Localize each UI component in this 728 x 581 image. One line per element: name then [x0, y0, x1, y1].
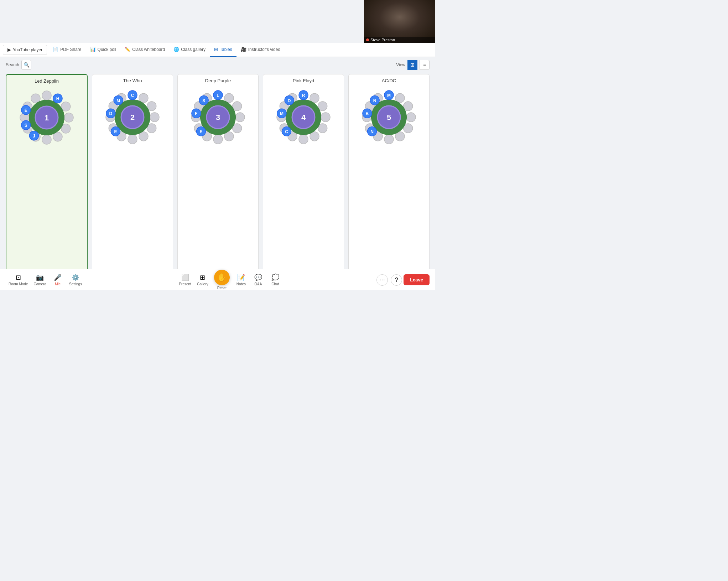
svg-text:M: M [387, 93, 391, 98]
search-label: Search [6, 62, 19, 67]
room-mode-label: Room Mode [9, 282, 28, 286]
svg-point-32 [128, 135, 137, 144]
table-title-4: Pink Floyd [293, 78, 314, 83]
svg-point-98 [384, 135, 394, 144]
svg-text:D: D [109, 111, 113, 116]
svg-point-51 [235, 113, 245, 122]
qa-button[interactable]: 💬 Q&A [250, 272, 267, 287]
svg-point-7 [64, 113, 73, 122]
tab-poll-label: Quick poll [98, 47, 116, 52]
svg-text:H: H [56, 96, 59, 101]
tab-poll[interactable]: 📊 Quick poll [86, 43, 121, 57]
svg-point-95 [406, 113, 416, 122]
settings-button[interactable]: ⚙️ Settings [66, 272, 85, 287]
svg-text:C: C [131, 93, 134, 98]
tab-gallery-label: Class gallery [181, 47, 206, 52]
svg-text:M: M [116, 98, 120, 103]
svg-point-54 [213, 135, 223, 144]
table-diagram-1: 1JSEH [18, 87, 75, 148]
notes-button[interactable]: 📝 Notes [233, 272, 250, 287]
tables-icon: ⊞ [214, 47, 218, 52]
svg-text:5: 5 [387, 113, 391, 122]
present-button[interactable]: ⬜ Present [176, 272, 194, 287]
table-card-4[interactable]: Pink Floyd4CMDR [263, 74, 344, 269]
react-button[interactable]: ✋ React [211, 268, 233, 290]
mic-label: Mic [55, 282, 61, 286]
notes-label: Notes [236, 282, 246, 286]
qa-label: Q&A [254, 282, 262, 286]
tab-instructor-label: Instructor's video [248, 47, 280, 52]
room-mode-icon: ⊡ [16, 274, 21, 281]
svg-point-10 [42, 135, 51, 144]
table-card-1[interactable]: Led Zepplin1JSEH [6, 74, 88, 269]
tab-pdf[interactable]: 📄 PDF Share [48, 43, 85, 57]
main-content: Search 🔍 View ⊞ ≡ Led Zepplin1JSEHThe Wh… [0, 57, 435, 269]
room-mode-button[interactable]: ⊡ Room Mode [6, 272, 31, 287]
table-card-3[interactable]: Deep Purple3EFSL [177, 74, 259, 269]
notes-icon: 📝 [237, 274, 245, 281]
svg-text:D: D [288, 98, 291, 103]
gallery-icon: 🌐 [173, 47, 179, 52]
svg-text:N: N [370, 129, 374, 134]
view-list-button[interactable]: ≡ [420, 60, 430, 70]
mic-button[interactable]: 🎤 Mic [49, 272, 66, 287]
table-diagram-3: 3EFSL [189, 87, 246, 147]
tab-instructor[interactable]: 🎥 Instructor's video [236, 43, 285, 57]
svg-text:J: J [33, 134, 35, 139]
svg-point-5 [42, 91, 51, 100]
pdf-icon: 📄 [53, 47, 58, 52]
search-button[interactable]: 🔍 [21, 60, 31, 70]
table-card-5[interactable]: AC/DC5NBNM [348, 74, 430, 269]
svg-text:R: R [302, 93, 305, 98]
svg-point-29 [150, 113, 159, 122]
table-diagram-2: 2EDMC [104, 87, 161, 147]
table-diagram-4: 4CMDR [275, 87, 332, 147]
video-username: Steve Preston [370, 38, 395, 42]
present-icon: ⬜ [181, 274, 189, 281]
content-toolbar: Search 🔍 View ⊞ ≡ [0, 57, 435, 71]
chat-icon: 💭 [271, 274, 279, 281]
instructor-video: Steve Preston [364, 0, 435, 43]
gallery-label: Gallery [197, 282, 208, 286]
poll-icon: 📊 [90, 47, 96, 52]
mic-icon: 🎤 [54, 274, 62, 281]
svg-text:E: E [25, 108, 27, 113]
svg-text:E: E [114, 129, 117, 134]
react-hand-icon: ✋ [214, 270, 230, 285]
view-grid-button[interactable]: ⊞ [407, 60, 417, 70]
help-button[interactable]: ? [391, 274, 402, 286]
camera-button[interactable]: 📷 Camera [31, 272, 49, 287]
tab-tables[interactable]: ⊞ Tables [210, 43, 236, 57]
tab-whiteboard-label: Class whiteboard [132, 47, 165, 52]
svg-point-73 [321, 113, 330, 122]
svg-text:E: E [199, 129, 202, 134]
table-card-2[interactable]: The Who2EDMC [92, 74, 173, 269]
tab-whiteboard[interactable]: ✏️ Class whiteboard [120, 43, 169, 57]
svg-text:S: S [25, 123, 27, 128]
qa-icon: 💬 [254, 274, 262, 281]
table-title-3: Deep Purple [205, 78, 231, 83]
svg-text:4: 4 [301, 113, 306, 122]
tables-grid: Led Zepplin1JSEHThe Who2EDMCDeep Purple3… [0, 71, 435, 269]
svg-text:N: N [373, 98, 376, 103]
tab-youtube-label: YouTube player [13, 47, 42, 52]
tab-gallery[interactable]: 🌐 Class gallery [169, 43, 210, 57]
gallery-btn-icon: ⊞ [200, 274, 205, 281]
settings-label: Settings [69, 282, 82, 286]
gallery-button[interactable]: ⊞ Gallery [194, 272, 211, 287]
svg-text:S: S [202, 98, 205, 103]
svg-text:B: B [366, 111, 369, 116]
react-label: React [217, 286, 227, 290]
leave-button[interactable]: Leave [404, 274, 430, 285]
tab-youtube[interactable]: ▶ YouTube player [3, 45, 47, 55]
svg-text:L: L [217, 93, 219, 98]
chat-button[interactable]: 💭 Chat [267, 272, 284, 287]
youtube-icon: ▶ [7, 47, 11, 52]
svg-point-76 [299, 135, 308, 144]
chat-label: Chat [271, 282, 279, 286]
present-label: Present [179, 282, 191, 286]
tab-tables-label: Tables [220, 47, 232, 52]
more-button[interactable]: ⋯ [376, 274, 388, 286]
instructor-icon: 🎥 [241, 47, 246, 52]
tab-bar: ▶ YouTube player 📄 PDF Share 📊 Quick pol… [0, 43, 435, 57]
